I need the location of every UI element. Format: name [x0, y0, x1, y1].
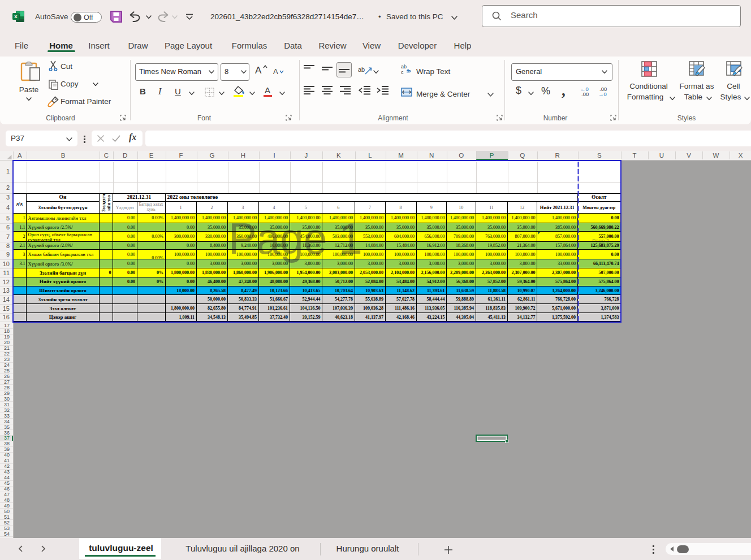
svg-text:c: c: [401, 70, 404, 75]
svg-text:ab: ab: [401, 64, 407, 70]
svg-text:.00: .00: [581, 91, 589, 97]
svg-text:x: x: [14, 13, 18, 19]
svg-text:→0: →0: [598, 91, 607, 97]
svg-text:ab: ab: [358, 66, 365, 73]
